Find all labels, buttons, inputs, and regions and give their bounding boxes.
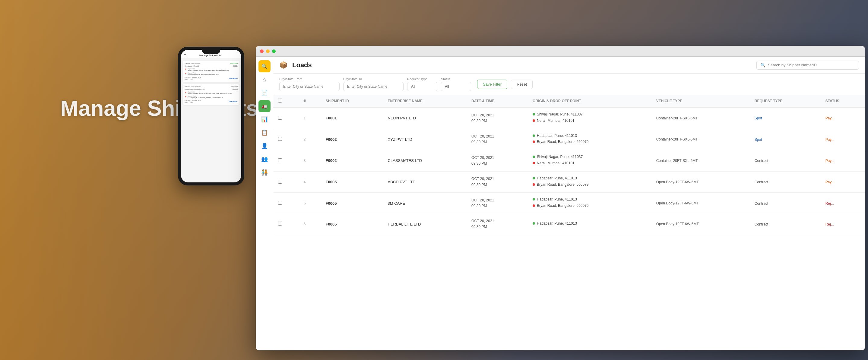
row-status: Pay... <box>820 107 865 129</box>
origin-dot <box>533 222 535 225</box>
sidebar-item-reports[interactable]: 📊 <box>258 113 271 125</box>
row-request-type: Contract <box>750 193 820 214</box>
row-enterprise: 3M CARE <box>383 193 467 214</box>
sidebar-item-people[interactable]: 👥 <box>258 153 271 165</box>
row-select-checkbox[interactable] <box>278 180 282 184</box>
row-enterprise: ABCD PVT LTD <box>383 171 467 193</box>
origin-dot <box>533 113 535 116</box>
phone-screen: ☰ Manage Shipments 9:45 AM, 24 August 20… <box>181 50 241 183</box>
minimize-dot[interactable] <box>266 50 270 53</box>
col-status[interactable]: STATUS <box>820 95 865 107</box>
phone-card1-drop-icon: 📍 <box>185 73 187 75</box>
status-label: Status <box>441 77 471 81</box>
city-from-input[interactable] <box>279 82 340 91</box>
row-vehicle: Container-20FT-SXL-6MT <box>651 107 750 129</box>
phone-card2-drop-addr: GK Magnolia, M V Extenstion, Hoskote, Ka… <box>188 97 223 99</box>
phone-menu-icon[interactable]: ☰ <box>184 54 186 57</box>
row-drop: Neral, Mumbai, 410101 <box>537 161 575 166</box>
origin-dot <box>533 134 535 137</box>
col-shipment-id[interactable]: SHIPMENT ID <box>321 95 383 107</box>
origin-dot <box>533 198 535 200</box>
reset-button[interactable]: Reset <box>511 79 533 89</box>
row-request-type: Spot <box>750 107 820 129</box>
truck-icon: 🚛 <box>261 103 268 109</box>
row-date-time: OCT 20, 202109:30 PM <box>467 150 528 171</box>
row-drop: Bryan Road, Bangalore, 560079 <box>537 182 588 187</box>
row-drop: Bryan Road, Bangalore, 560079 <box>537 203 588 208</box>
city-to-input[interactable] <box>343 82 404 91</box>
sidebar-search-icon[interactable]: 🔍 <box>258 60 271 72</box>
row-origin: Hadapsar, Pune, 411013 <box>537 197 577 202</box>
status-select-wrap: All Active Pending Rejected <box>441 82 471 91</box>
phone-card1-id: B0001 <box>234 65 238 67</box>
sidebar-item-clipboard[interactable]: 📋 <box>258 127 271 139</box>
row-request-type: Spot <box>750 129 820 150</box>
close-dot[interactable] <box>260 50 264 53</box>
row-select-checkbox[interactable] <box>278 158 282 162</box>
table-row: 1 F0001 NEON PVT LTD OCT 20, 202109:30 P… <box>273 107 865 129</box>
phone-card1-container: Container - 20FT-SXL-6MT <box>185 77 201 79</box>
phone-title: Manage Shipments <box>199 54 221 57</box>
row-shipment-id: F0002 <box>321 150 383 171</box>
row-origin-drop: Shivaji Nagar, Pune, 411037 Neral, Mumba… <box>528 107 651 129</box>
select-all-checkbox[interactable] <box>278 99 282 102</box>
phone-card1-time: 9:45 AM, 24 August 2021 <box>185 62 202 64</box>
phone-card2-id: B00253 <box>232 88 238 90</box>
phone-notch <box>202 50 220 54</box>
sidebar-item-document[interactable]: 📄 <box>258 87 271 99</box>
row-checkbox <box>273 193 299 214</box>
row-checkbox <box>273 150 299 171</box>
row-vehicle: Open Body-19FT-6W-6MT <box>651 193 750 214</box>
phone-card2-goods: Furniture & Household Goods <box>185 88 205 90</box>
save-filter-button[interactable]: Save Filter <box>477 79 507 89</box>
col-origin[interactable]: ORIGIN & DROP-OFF POINT <box>528 95 651 107</box>
phone-card1-view-btn[interactable]: View Details › <box>229 78 238 79</box>
row-shipment-id: F0005 <box>321 171 383 193</box>
city-to-label: City/State To <box>343 77 404 81</box>
phone-card2-view-btn[interactable]: View Details › <box>229 101 238 102</box>
col-date[interactable]: DATE & TIME <box>467 95 528 107</box>
row-checkbox <box>273 214 299 234</box>
origin-dot <box>533 177 535 179</box>
users2-icon: 🧑‍🤝‍🧑 <box>261 169 268 176</box>
row-num: 4 <box>299 171 321 193</box>
status-select[interactable]: All Active Pending Rejected <box>441 82 471 91</box>
search-input[interactable] <box>768 63 855 67</box>
phone-card2-origin-icon: 📍 <box>185 92 187 94</box>
row-origin: Hadapsar, Pune, 411013 <box>537 176 577 181</box>
row-enterprise: NEON PVT LTD <box>383 107 467 129</box>
sidebar-item-loads[interactable]: 🚛 <box>258 100 271 112</box>
row-num: 6 <box>299 214 321 234</box>
row-origin: Hadapsar, Pune, 411013 <box>537 221 577 226</box>
phone-card1-origin-addr: Solitaire Business HUB II, Shivaji Nagar… <box>188 70 228 71</box>
phone-card1-drop-addr: Panvel Navi Mumbai, Mumbai, Maharashtra … <box>188 74 219 76</box>
loads-icon-topbar: 📦 <box>279 61 287 69</box>
phone-card-1: 9:45 AM, 24 August 2021 Upcoming Constru… <box>183 61 240 82</box>
row-num: 5 <box>299 193 321 214</box>
app-window: 🔍 ⌂ 📄 🚛 📊 📋 👤 👥 🧑‍🤝‍� <box>256 46 865 350</box>
phone-card2-badge: Completed <box>230 86 238 88</box>
row-select-checkbox[interactable] <box>278 116 282 120</box>
col-vehicle[interactable]: VEHICLE TYPE <box>651 95 750 107</box>
row-enterprise: XYZ PVT LTD <box>383 129 467 150</box>
phone-card2-origin-addr: Solitaire Business HUB II, Baner Gaon, B… <box>188 93 232 95</box>
col-enterprise[interactable]: ENTERPRISE NAME <box>383 95 467 107</box>
row-select-checkbox[interactable] <box>278 201 282 205</box>
main-content: 📦 Loads 🔍 City/State From City/State To <box>273 57 865 350</box>
phone-card-2: 9:45 AM, 24 August 2021 Completed Furnit… <box>183 84 240 105</box>
phone-mockup: ☰ Manage Shipments 9:45 AM, 24 August 20… <box>178 47 244 186</box>
table-row: 3 F0002 CLASSMATES LTD OCT 20, 202109:30… <box>273 150 865 171</box>
request-type-select[interactable]: All Spot Contract <box>407 82 437 91</box>
sidebar-item-home[interactable]: ⌂ <box>258 73 271 86</box>
row-origin-drop: Hadapsar, Pune, 411013 Bryan Road, Banga… <box>528 129 651 150</box>
row-enterprise: HERBAL LIFE LTD <box>383 214 467 234</box>
col-request[interactable]: REQUEST TYPE <box>750 95 820 107</box>
row-select-checkbox[interactable] <box>278 137 282 141</box>
table-row: 4 F0005 ABCD PVT LTD OCT 20, 202109:30 P… <box>273 171 865 193</box>
sidebar-item-user[interactable]: 👤 <box>258 140 271 152</box>
maximize-dot[interactable] <box>272 50 276 53</box>
row-origin-drop: Hadapsar, Pune, 411013 Bryan Road, Banga… <box>528 171 651 193</box>
sidebar-item-users2[interactable]: 🧑‍🤝‍🧑 <box>258 166 271 178</box>
row-vehicle: Container-20FT-SXL-6MT <box>651 129 750 150</box>
row-select-checkbox[interactable] <box>278 222 282 226</box>
